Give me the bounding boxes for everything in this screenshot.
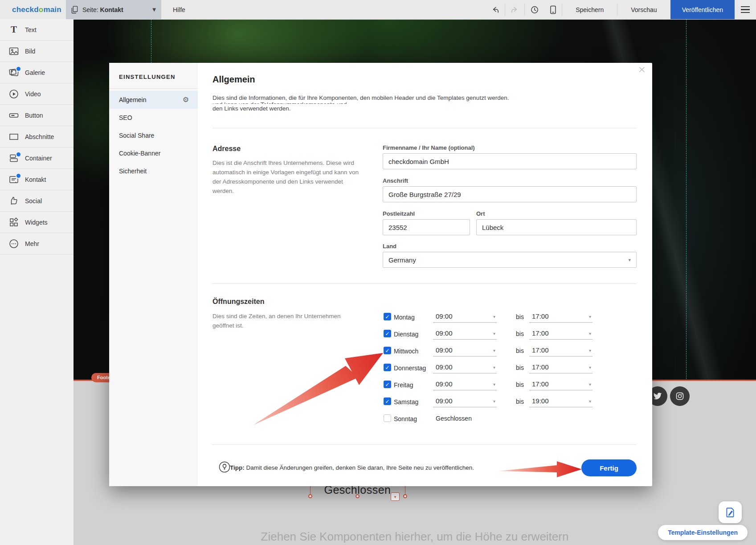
- selection-menu-handle[interactable]: ▾: [391, 492, 400, 501]
- button-icon: [8, 110, 20, 121]
- help-button[interactable]: Hilfe: [173, 6, 185, 13]
- chevron-down-icon: ▾: [589, 348, 591, 353]
- sidebar-item-video[interactable]: Video: [0, 83, 74, 105]
- pages-icon: [71, 6, 78, 14]
- hours-row: ✓ Montag 09:00▾ bis 17:00▾: [383, 311, 637, 323]
- tip-text: Tipp: Damit diese Änderungen greifen, de…: [230, 464, 474, 471]
- day-checkbox[interactable]: ✓: [384, 330, 391, 337]
- time-to-select[interactable]: 17:00▾: [529, 362, 593, 373]
- publish-button[interactable]: Veröffentlichen: [670, 0, 735, 19]
- instagram-icon: [675, 392, 684, 401]
- chevron-down-icon: ▾: [589, 365, 591, 370]
- chevron-down-icon: ▾: [589, 314, 591, 319]
- sidebar-item-text[interactable]: T Text: [0, 19, 74, 41]
- menu-button[interactable]: [735, 0, 756, 19]
- sidebar-item-button[interactable]: Button: [0, 105, 74, 126]
- selection-handle[interactable]: [356, 494, 360, 498]
- history-button[interactable]: [525, 0, 544, 19]
- company-field[interactable]: [383, 153, 637, 169]
- settings-nav-sicherheit[interactable]: Sicherheit: [109, 162, 198, 180]
- street-field[interactable]: [383, 186, 637, 202]
- settings-nav-cookie-banner[interactable]: Cookie-Banner: [109, 144, 198, 162]
- time-to-select[interactable]: 17:00▾: [529, 328, 593, 340]
- checkdomain-logo[interactable]: checkdomain: [12, 5, 61, 14]
- hours-row: ✓ Donnerstag 09:00▾ bis 17:00▾: [383, 362, 637, 373]
- lightbulb-icon: [219, 461, 230, 473]
- hours-row: ✓ Sonntag Geschlossen: [383, 413, 637, 424]
- selection-handle[interactable]: [403, 494, 407, 498]
- mobile-preview-button[interactable]: [544, 0, 562, 19]
- closed-label: Geschlossen: [436, 415, 472, 422]
- settings-nav-allgemein[interactable]: Allgemein ⚙: [109, 91, 198, 109]
- undo-button[interactable]: [486, 0, 505, 19]
- gallery-icon: [8, 67, 20, 78]
- more-icon: [8, 238, 20, 250]
- day-checkbox[interactable]: ✓: [384, 347, 391, 354]
- sidebar-item-social[interactable]: Social: [0, 190, 74, 212]
- address-section-description: Dies ist die Anschrift Ihres Unternehmen…: [212, 158, 360, 196]
- twitter-icon: [653, 392, 662, 401]
- time-from-select[interactable]: 09:00▾: [433, 328, 497, 340]
- design-tools-button[interactable]: [719, 501, 742, 523]
- time-to-select[interactable]: 17:00▾: [529, 345, 593, 357]
- widgets-icon: [8, 217, 20, 228]
- instagram-button[interactable]: [670, 386, 690, 406]
- preview-button[interactable]: Vorschau: [617, 0, 670, 19]
- chevron-down-icon: ▾: [493, 348, 495, 353]
- address-section-title: Adresse: [212, 145, 241, 153]
- chevron-down-icon: ▾: [589, 399, 591, 404]
- day-checkbox[interactable]: ✓: [384, 313, 391, 320]
- design-icon: [724, 507, 736, 518]
- chevron-down-icon: ▾: [589, 331, 591, 336]
- day-checkbox[interactable]: ✓: [384, 397, 391, 405]
- sidebar-item-container[interactable]: Container: [0, 148, 74, 169]
- dropzone-hint: Ziehen Sie Komponenten hierher, um die H…: [74, 530, 756, 544]
- opening-hours-list: ✓ Montag 09:00▾ bis 17:00▾ ✓ Dienstag 09…: [383, 311, 637, 430]
- new-badge: [16, 173, 21, 179]
- time-from-select[interactable]: 09:00▾: [433, 379, 497, 390]
- day-checkbox[interactable]: ✓: [384, 381, 391, 388]
- template-settings-button[interactable]: Template-Einstellungen: [658, 525, 748, 540]
- close-icon[interactable]: ×: [638, 64, 646, 75]
- time-from-select[interactable]: 09:00▾: [433, 345, 497, 357]
- chevron-down-icon: ▼: [152, 7, 156, 12]
- modal-title: Allgemein: [212, 74, 255, 85]
- time-to-select[interactable]: 17:00▾: [529, 311, 593, 323]
- done-button[interactable]: Fertig: [581, 459, 637, 476]
- contact-icon: [8, 174, 20, 185]
- settings-modal: × EINSTELLUNGEN Allgemein ⚙ SEO Social S…: [109, 63, 652, 486]
- day-checkbox[interactable]: ✓: [384, 364, 391, 371]
- mobile-icon: [550, 5, 556, 14]
- chevron-down-icon: ▾: [589, 382, 591, 387]
- selection-handle[interactable]: [308, 494, 312, 498]
- settings-nav-social-share[interactable]: Social Share: [109, 127, 198, 144]
- top-toolbar: checkdomain Seite: Kontakt ▼ Hilfe: [0, 0, 756, 20]
- redo-button[interactable]: [505, 0, 524, 19]
- country-label: Land: [383, 243, 396, 250]
- day-checkbox[interactable]: ✓: [384, 414, 391, 422]
- save-button[interactable]: Speichern: [562, 0, 617, 19]
- settings-nav-seo[interactable]: SEO: [109, 109, 198, 127]
- page-selector[interactable]: Seite: Kontakt ▼: [66, 0, 161, 19]
- modal-description-glitch: und kann von der Telefonnummerkomponente…: [212, 101, 347, 104]
- time-from-select[interactable]: 09:00▾: [433, 311, 497, 323]
- street-label: Anschrift: [383, 177, 408, 184]
- section-icon: [8, 131, 20, 143]
- new-badge: [16, 152, 21, 157]
- time-from-select[interactable]: 09:00▾: [433, 396, 497, 407]
- time-to-select[interactable]: 17:00▾: [529, 379, 593, 390]
- chevron-down-icon: ▾: [493, 365, 495, 370]
- time-to-select[interactable]: 19:00▾: [529, 396, 593, 407]
- time-from-select[interactable]: 09:00▾: [433, 362, 497, 373]
- sidebar-item-kontakt[interactable]: Kontakt: [0, 169, 74, 190]
- sidebar-item-abschnitte[interactable]: Abschnitte: [0, 126, 74, 148]
- sidebar-item-bild[interactable]: Bild: [0, 41, 74, 62]
- sidebar-item-widgets[interactable]: Widgets: [0, 212, 74, 233]
- hours-row: ✓ Freitag 09:00▾ bis 17:00▾: [383, 379, 637, 390]
- sidebar-item-galerie[interactable]: Galerie: [0, 62, 74, 83]
- divider: [109, 88, 198, 89]
- zip-field[interactable]: [383, 219, 470, 235]
- country-select[interactable]: Germany ▾: [383, 252, 637, 268]
- sidebar-item-mehr[interactable]: Mehr: [0, 233, 74, 254]
- city-field[interactable]: [476, 219, 637, 235]
